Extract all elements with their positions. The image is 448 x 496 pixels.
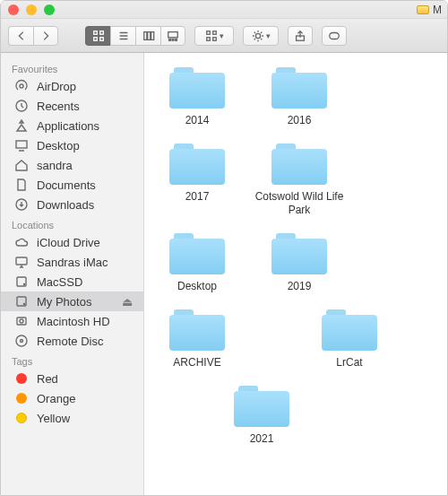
minimize-window-button[interactable] xyxy=(26,4,37,15)
svg-point-33 xyxy=(21,340,23,343)
share-button[interactable] xyxy=(288,26,313,46)
sidebar: FavouritesAirDropRecentsApplicationsDesk… xyxy=(1,53,144,495)
svg-rect-0 xyxy=(93,30,97,34)
content-area[interactable]: 201420162017Cotswold Wild Life ParkDeskt… xyxy=(144,53,447,495)
folder-icon xyxy=(271,65,327,109)
folder-name: 2017 xyxy=(185,190,210,204)
folder-name: 2021 xyxy=(250,432,274,446)
folder-icon xyxy=(234,384,289,427)
sidebar-item-label: AirDrop xyxy=(37,80,134,93)
folder-icon xyxy=(271,231,327,274)
eject-icon[interactable]: ⏏ xyxy=(122,295,134,309)
column-view-button[interactable] xyxy=(135,26,160,46)
sidebar-item-recents[interactable]: Recents xyxy=(1,96,143,116)
svg-rect-12 xyxy=(172,39,174,40)
tag-icon xyxy=(13,391,30,405)
action-button[interactable]: ▾ xyxy=(243,26,279,46)
sidebar-item-red[interactable]: Red xyxy=(1,369,143,388)
svg-rect-7 xyxy=(143,31,146,39)
folder-name: 2016 xyxy=(288,114,312,127)
folder-item[interactable]: 2019 xyxy=(252,231,347,293)
svg-rect-2 xyxy=(93,37,97,40)
folder-item[interactable]: ARCHIVE xyxy=(150,308,245,370)
sidebar-item-label: Orange xyxy=(37,392,134,405)
sidebar-item-sandra[interactable]: sandra xyxy=(1,155,143,175)
sidebar-item-macssd[interactable]: MacSSD xyxy=(1,272,143,292)
finder-window: M ▾ ▾ FavouritesAirDropRecentsApplicatio… xyxy=(0,0,448,496)
svg-rect-11 xyxy=(169,39,171,40)
imac-icon xyxy=(13,255,30,269)
sidebar-item-downloads[interactable]: Downloads xyxy=(1,195,143,214)
svg-rect-10 xyxy=(168,31,178,37)
svg-point-31 xyxy=(20,319,23,323)
arrange-button[interactable]: ▾ xyxy=(194,26,234,46)
folder-name: Cotswold Wild Life Park xyxy=(252,190,347,217)
sidebar-heading: Locations xyxy=(1,214,143,232)
folder-item[interactable]: 2017 xyxy=(150,142,245,217)
close-window-button[interactable] xyxy=(8,4,19,15)
folder-name: 2014 xyxy=(185,114,210,127)
sidebar-item-macintosh-hd[interactable]: Macintosh HD xyxy=(1,311,143,331)
folder-icon xyxy=(169,65,225,109)
sidebar-item-desktop[interactable]: Desktop xyxy=(1,135,143,155)
sidebar-item-label: sandra xyxy=(37,159,134,172)
sidebar-item-label: Remote Disc xyxy=(37,335,134,348)
svg-point-32 xyxy=(16,335,27,346)
forward-button[interactable] xyxy=(33,26,58,46)
svg-rect-3 xyxy=(99,37,103,40)
zoom-window-button[interactable] xyxy=(44,4,55,15)
sidebar-item-label: Recents xyxy=(37,100,134,113)
folder-item[interactable]: LrCat xyxy=(302,308,397,370)
sidebar-heading: Favourites xyxy=(1,58,143,76)
list-view-button[interactable] xyxy=(110,26,135,46)
icon-view-button[interactable] xyxy=(85,26,110,46)
sidebar-item-sandras-imac[interactable]: Sandras iMac xyxy=(1,252,143,272)
downloads-icon xyxy=(13,197,30,212)
folder-name: 2019 xyxy=(288,280,312,293)
svg-rect-14 xyxy=(206,30,210,34)
sidebar-item-label: Macintosh HD xyxy=(37,315,134,328)
svg-rect-13 xyxy=(176,39,177,40)
tags-button[interactable] xyxy=(322,26,347,46)
folder-icon xyxy=(169,308,225,351)
folder-item[interactable]: Cotswold Wild Life Park xyxy=(252,142,347,217)
sidebar-item-my-photos[interactable]: My Photos⏏ xyxy=(1,292,143,311)
apps-icon xyxy=(13,118,30,133)
sidebar-item-label: Sandras iMac xyxy=(37,256,134,269)
titlebar[interactable]: M xyxy=(1,1,447,19)
sidebar-item-label: Red xyxy=(37,372,134,386)
sidebar-item-documents[interactable]: Documents xyxy=(1,175,143,195)
folder-item[interactable]: 2016 xyxy=(252,65,347,127)
folder-icon xyxy=(322,308,377,351)
sidebar-item-label: MacSSD xyxy=(37,275,134,289)
folder-name: LrCat xyxy=(336,356,362,370)
sidebar-item-yellow[interactable]: Yellow xyxy=(1,408,143,428)
sidebar-item-airdrop[interactable]: AirDrop xyxy=(1,76,143,96)
sidebar-item-applications[interactable]: Applications xyxy=(1,116,143,135)
sidebar-item-remote-disc[interactable]: Remote Disc xyxy=(1,331,143,351)
svg-rect-30 xyxy=(17,318,26,325)
svg-rect-1 xyxy=(99,30,103,34)
sidebar-item-icloud-drive[interactable]: iCloud Drive xyxy=(1,232,143,252)
folder-item[interactable]: Desktop xyxy=(150,231,245,293)
title-proxy-icon[interactable]: M xyxy=(417,4,442,16)
sidebar-item-label: Documents xyxy=(37,178,134,192)
folder-icon xyxy=(169,231,225,274)
home-icon xyxy=(13,158,30,172)
sidebar-item-label: Downloads xyxy=(37,198,134,212)
sidebar-item-label: iCloud Drive xyxy=(37,236,134,249)
folder-item[interactable]: 2021 xyxy=(214,384,309,446)
icon-grid: 201420162017Cotswold Wild Life ParkDeskt… xyxy=(150,65,442,446)
sidebar-item-label: Desktop xyxy=(37,139,134,152)
folder-name: Desktop xyxy=(177,280,217,293)
svg-rect-9 xyxy=(151,31,153,39)
gallery-view-button[interactable] xyxy=(160,26,185,46)
back-button[interactable] xyxy=(8,26,33,46)
svg-rect-15 xyxy=(212,30,216,34)
toolbar: ▾ ▾ xyxy=(1,19,447,53)
svg-point-27 xyxy=(23,283,24,284)
svg-rect-16 xyxy=(206,37,210,40)
folder-item[interactable]: 2014 xyxy=(150,65,245,127)
svg-rect-25 xyxy=(16,257,27,265)
sidebar-item-orange[interactable]: Orange xyxy=(1,388,143,408)
